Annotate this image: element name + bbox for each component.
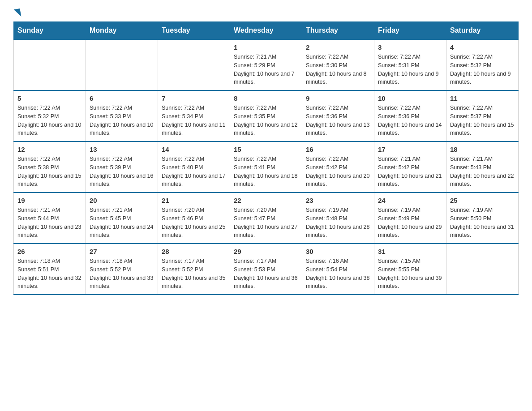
day-number: 2 (306, 43, 370, 51)
day-info: Sunrise: 7:21 AM Sunset: 5:44 PM Dayligh… (17, 206, 82, 240)
day-info: Sunrise: 7:19 AM Sunset: 5:50 PM Dayligh… (450, 206, 515, 240)
week-row-1: 1Sunrise: 7:21 AM Sunset: 5:29 PM Daylig… (14, 39, 519, 90)
calendar-cell: 2Sunrise: 7:22 AM Sunset: 5:30 PM Daylig… (302, 39, 374, 90)
weekday-header-monday: Monday (86, 22, 158, 40)
calendar-cell (446, 244, 519, 295)
calendar-cell: 1Sunrise: 7:21 AM Sunset: 5:29 PM Daylig… (230, 39, 302, 90)
day-info: Sunrise: 7:19 AM Sunset: 5:48 PM Dayligh… (306, 206, 370, 240)
weekday-header-friday: Friday (374, 22, 446, 40)
day-number: 1 (234, 43, 298, 51)
calendar-cell: 16Sunrise: 7:22 AM Sunset: 5:42 PM Dayli… (302, 141, 374, 193)
day-info: Sunrise: 7:21 AM Sunset: 5:43 PM Dayligh… (450, 155, 515, 188)
calendar-cell: 11Sunrise: 7:22 AM Sunset: 5:37 PM Dayli… (446, 90, 519, 141)
weekday-header-thursday: Thursday (302, 22, 374, 40)
day-info: Sunrise: 7:15 AM Sunset: 5:55 PM Dayligh… (378, 257, 442, 291)
day-number: 25 (450, 197, 515, 204)
day-number: 11 (450, 94, 515, 102)
weekday-header-tuesday: Tuesday (158, 22, 230, 40)
calendar-cell: 29Sunrise: 7:17 AM Sunset: 5:53 PM Dayli… (230, 244, 302, 295)
day-number: 6 (90, 94, 154, 102)
week-row-3: 12Sunrise: 7:22 AM Sunset: 5:38 PM Dayli… (14, 141, 519, 193)
day-info: Sunrise: 7:22 AM Sunset: 5:30 PM Dayligh… (306, 53, 370, 86)
calendar-cell: 25Sunrise: 7:19 AM Sunset: 5:50 PM Dayli… (446, 193, 519, 244)
calendar-cell (158, 39, 230, 90)
day-info: Sunrise: 7:21 AM Sunset: 5:29 PM Dayligh… (234, 53, 298, 86)
day-info: Sunrise: 7:20 AM Sunset: 5:47 PM Dayligh… (234, 206, 298, 240)
day-info: Sunrise: 7:22 AM Sunset: 5:36 PM Dayligh… (378, 104, 442, 137)
calendar-cell: 30Sunrise: 7:16 AM Sunset: 5:54 PM Dayli… (302, 244, 374, 295)
calendar-cell: 7Sunrise: 7:22 AM Sunset: 5:34 PM Daylig… (158, 90, 230, 141)
calendar-cell: 8Sunrise: 7:22 AM Sunset: 5:35 PM Daylig… (230, 90, 302, 141)
day-number: 20 (90, 197, 154, 204)
day-number: 27 (90, 248, 154, 255)
day-info: Sunrise: 7:16 AM Sunset: 5:54 PM Dayligh… (306, 257, 370, 291)
day-info: Sunrise: 7:22 AM Sunset: 5:34 PM Dayligh… (162, 104, 226, 137)
day-info: Sunrise: 7:20 AM Sunset: 5:46 PM Dayligh… (162, 206, 226, 240)
calendar-cell: 18Sunrise: 7:21 AM Sunset: 5:43 PM Dayli… (446, 141, 519, 193)
calendar-cell: 9Sunrise: 7:22 AM Sunset: 5:36 PM Daylig… (302, 90, 374, 141)
weekday-header-wednesday: Wednesday (230, 22, 302, 40)
calendar-cell: 21Sunrise: 7:20 AM Sunset: 5:46 PM Dayli… (158, 193, 230, 244)
day-info: Sunrise: 7:19 AM Sunset: 5:49 PM Dayligh… (378, 206, 442, 240)
page-header (13, 9, 519, 17)
day-info: Sunrise: 7:18 AM Sunset: 5:52 PM Dayligh… (90, 257, 154, 291)
day-number: 7 (162, 94, 226, 102)
day-number: 4 (450, 43, 515, 51)
calendar-cell (86, 39, 158, 90)
logo-arrow-icon (14, 9, 21, 17)
calendar-cell: 14Sunrise: 7:22 AM Sunset: 5:40 PM Dayli… (158, 141, 230, 193)
day-number: 19 (17, 197, 82, 204)
day-info: Sunrise: 7:22 AM Sunset: 5:41 PM Dayligh… (234, 155, 298, 188)
calendar-cell: 24Sunrise: 7:19 AM Sunset: 5:49 PM Dayli… (374, 193, 446, 244)
day-number: 8 (234, 94, 298, 102)
calendar-cell: 4Sunrise: 7:22 AM Sunset: 5:32 PM Daylig… (446, 39, 519, 90)
calendar-cell: 23Sunrise: 7:19 AM Sunset: 5:48 PM Dayli… (302, 193, 374, 244)
day-info: Sunrise: 7:22 AM Sunset: 5:35 PM Dayligh… (234, 104, 298, 137)
day-info: Sunrise: 7:18 AM Sunset: 5:51 PM Dayligh… (17, 257, 82, 291)
calendar-cell: 20Sunrise: 7:21 AM Sunset: 5:45 PM Dayli… (86, 193, 158, 244)
day-info: Sunrise: 7:22 AM Sunset: 5:32 PM Dayligh… (17, 104, 82, 137)
calendar-cell: 6Sunrise: 7:22 AM Sunset: 5:33 PM Daylig… (86, 90, 158, 141)
day-number: 26 (17, 248, 82, 255)
day-info: Sunrise: 7:22 AM Sunset: 5:31 PM Dayligh… (378, 53, 442, 86)
day-number: 3 (378, 43, 442, 51)
day-info: Sunrise: 7:17 AM Sunset: 5:53 PM Dayligh… (234, 257, 298, 291)
day-number: 16 (306, 146, 370, 153)
day-number: 5 (17, 94, 82, 102)
day-number: 30 (306, 248, 370, 255)
weekday-header-row: SundayMondayTuesdayWednesdayThursdayFrid… (14, 22, 519, 40)
day-info: Sunrise: 7:22 AM Sunset: 5:40 PM Dayligh… (162, 155, 226, 188)
day-number: 13 (90, 146, 154, 153)
calendar-cell: 15Sunrise: 7:22 AM Sunset: 5:41 PM Dayli… (230, 141, 302, 193)
calendar-cell: 3Sunrise: 7:22 AM Sunset: 5:31 PM Daylig… (374, 39, 446, 90)
calendar-cell: 22Sunrise: 7:20 AM Sunset: 5:47 PM Dayli… (230, 193, 302, 244)
day-info: Sunrise: 7:21 AM Sunset: 5:42 PM Dayligh… (378, 155, 442, 188)
day-number: 28 (162, 248, 226, 255)
calendar-cell: 12Sunrise: 7:22 AM Sunset: 5:38 PM Dayli… (14, 141, 86, 193)
day-info: Sunrise: 7:22 AM Sunset: 5:42 PM Dayligh… (306, 155, 370, 188)
day-info: Sunrise: 7:22 AM Sunset: 5:36 PM Dayligh… (306, 104, 370, 137)
day-number: 31 (378, 248, 442, 255)
day-info: Sunrise: 7:22 AM Sunset: 5:32 PM Dayligh… (450, 53, 515, 86)
day-number: 23 (306, 197, 370, 204)
day-number: 15 (234, 146, 298, 153)
calendar-cell: 13Sunrise: 7:22 AM Sunset: 5:39 PM Dayli… (86, 141, 158, 193)
day-number: 10 (378, 94, 442, 102)
calendar-cell: 28Sunrise: 7:17 AM Sunset: 5:52 PM Dayli… (158, 244, 230, 295)
day-number: 9 (306, 94, 370, 102)
day-number: 22 (234, 197, 298, 204)
day-number: 12 (17, 146, 82, 153)
day-info: Sunrise: 7:22 AM Sunset: 5:38 PM Dayligh… (17, 155, 82, 188)
calendar-cell (14, 39, 86, 90)
logo (13, 9, 21, 17)
calendar-table: SundayMondayTuesdayWednesdayThursdayFrid… (13, 21, 519, 295)
day-number: 29 (234, 248, 298, 255)
week-row-4: 19Sunrise: 7:21 AM Sunset: 5:44 PM Dayli… (14, 193, 519, 244)
calendar-cell: 26Sunrise: 7:18 AM Sunset: 5:51 PM Dayli… (14, 244, 86, 295)
calendar-cell: 31Sunrise: 7:15 AM Sunset: 5:55 PM Dayli… (374, 244, 446, 295)
weekday-header-saturday: Saturday (446, 22, 519, 40)
calendar-cell: 17Sunrise: 7:21 AM Sunset: 5:42 PM Dayli… (374, 141, 446, 193)
day-info: Sunrise: 7:22 AM Sunset: 5:37 PM Dayligh… (450, 104, 515, 137)
day-number: 17 (378, 146, 442, 153)
week-row-2: 5Sunrise: 7:22 AM Sunset: 5:32 PM Daylig… (14, 90, 519, 141)
